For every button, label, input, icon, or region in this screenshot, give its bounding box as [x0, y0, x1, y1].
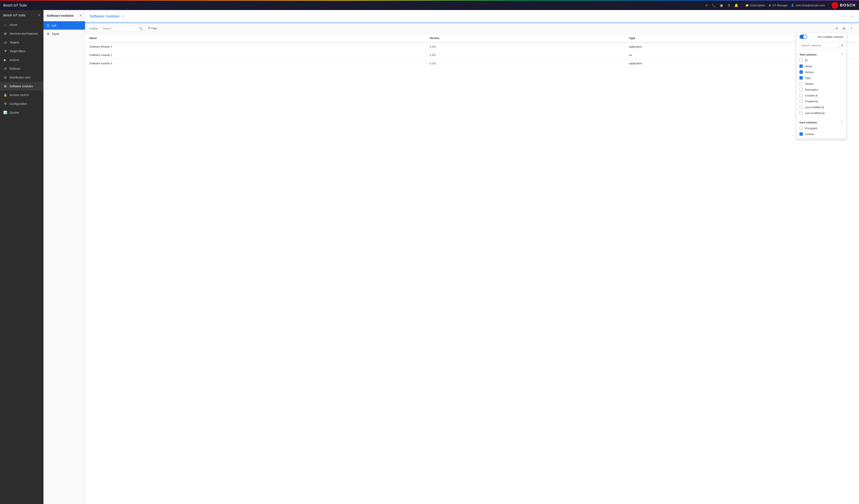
subscription-label: Subscription [750, 4, 765, 7]
sidebar-item-configuration[interactable]: ⚙ Configuration [0, 100, 43, 108]
minimize-button[interactable]: − [840, 13, 846, 20]
panel: Software modules × ☰ List ⚙ Types [43, 10, 85, 504]
toolbar: 3 items 🔍 ⧩ Filter ↺ ⚙ + [85, 23, 859, 34]
column-checkbox[interactable] [799, 82, 803, 86]
text-column-item[interactable]: Version [797, 69, 846, 75]
panel-nav-list-label: List [51, 24, 56, 27]
filter-icon: ⧩ [3, 49, 7, 53]
text-column-item[interactable]: Created at [797, 92, 846, 98]
bosch-circle [832, 2, 838, 9]
sidebar-item-distribution[interactable]: ⊟ Distribution sets [0, 73, 43, 82]
info-icon[interactable]: ⓘ [121, 14, 124, 19]
folder-icon: 📁 [745, 4, 749, 7]
settings-button[interactable]: ⚙ [841, 25, 847, 32]
search-box[interactable]: 🔍 [101, 26, 142, 31]
column-checkbox[interactable] [799, 126, 803, 130]
table-area: Name Version Type Software Module 1 1.0.… [85, 34, 859, 504]
user-service[interactable]: 👤 John.Doe@domain.com [791, 4, 825, 7]
iot-manager-service[interactable]: 🖥 IoT Manager [768, 4, 787, 7]
sidebar-item-software-modules[interactable]: ⊞ Software modules [0, 82, 43, 91]
share-icon[interactable]: ⇗ [704, 3, 708, 7]
sidebar-label-access: Access control [10, 93, 29, 97]
sort-multiple-toggle[interactable] [799, 35, 807, 39]
column-checkbox[interactable] [799, 132, 803, 136]
text-column-item[interactable]: ID [797, 57, 846, 63]
text-column-item[interactable]: Vendor [797, 81, 846, 87]
search-input[interactable] [103, 27, 138, 30]
sidebar-label-actions: Actions [10, 58, 19, 62]
page-header-actions: − ⤢ [840, 13, 855, 20]
window-icon[interactable]: ▣ [719, 3, 723, 7]
col-header-version[interactable]: Version [425, 34, 625, 42]
sidebar-item-rollouts[interactable]: ↺ Rollouts [0, 64, 43, 73]
column-checkbox[interactable] [799, 111, 803, 114]
filter-button[interactable]: ⧩ Filter [145, 26, 160, 31]
toolbar-right: ↺ ⚙ + [833, 25, 855, 32]
sidebar-item-actions[interactable]: ▶ Actions [0, 56, 43, 64]
text-column-item[interactable]: Type [797, 75, 846, 81]
sidebar-item-home[interactable]: ⌂ Home [0, 20, 43, 29]
text-column-item[interactable]: Created by [797, 98, 846, 104]
col-header-name[interactable]: Name [85, 34, 425, 42]
types-icon: ⚙ [47, 32, 49, 35]
reset-columns-button[interactable]: ↺ [841, 43, 843, 47]
app-title: Bosch IoT Suite [3, 3, 27, 7]
column-checkbox[interactable] [799, 59, 803, 62]
top-bar: Bosch IoT Suite ⇗ 📞 ▣ § 🔔 📁 Subscription… [0, 0, 859, 10]
panel-close-button[interactable]: × [79, 13, 82, 18]
item-count: 3 items [89, 27, 98, 30]
filter-icon: ⧩ [148, 27, 150, 30]
user-icon: 👤 [791, 4, 794, 7]
sidebar-item-target-filters[interactable]: ⧩ Target filters [0, 47, 43, 56]
search-icon[interactable]: 🔍 [139, 27, 142, 30]
text-column-item[interactable]: Name [797, 63, 846, 69]
subscription-service[interactable]: 📁 Subscription [745, 4, 765, 7]
maximize-button[interactable]: ⤢ [848, 13, 855, 20]
sidebar-close-button[interactable]: × [38, 13, 40, 17]
panel-nav-types-label: Types [51, 32, 59, 35]
sidebar-title: Bosch IoT Suite [3, 13, 26, 17]
column-item-label: Name [805, 65, 812, 68]
table-row[interactable]: Software module 3 1.0.0 application [85, 59, 859, 68]
text-column-item[interactable]: Last modified at [797, 104, 846, 110]
phone-icon[interactable]: 📞 [712, 3, 716, 7]
sidebar-label-targets: Targets [10, 41, 19, 44]
main-layout: Bosch IoT Suite × ⌂ Home ⊞ Services and … [0, 10, 859, 504]
column-checkbox[interactable] [799, 105, 803, 109]
text-columns-collapse-icon[interactable] [841, 53, 843, 56]
cell-version: 1.0.0 [425, 59, 625, 68]
table-row[interactable]: Software Module 1 1.0.0 application [85, 42, 859, 51]
column-item-label: Description [805, 88, 818, 91]
top-bar-right: ⇗ 📞 ▣ § 🔔 📁 Subscription 🖥 IoT Manager 👤… [704, 2, 856, 9]
column-checkbox[interactable] [799, 88, 803, 91]
actions-icon: ▶ [3, 58, 7, 62]
icon-columns-collapse-icon[interactable] [841, 121, 843, 124]
sidebar-label-software: Software modules [10, 85, 33, 88]
refresh-button[interactable]: ↺ [833, 25, 840, 32]
column-checkbox[interactable] [799, 76, 803, 79]
column-checkbox[interactable] [799, 64, 803, 68]
dollar-icon[interactable]: § [727, 3, 731, 7]
column-checkbox[interactable] [799, 70, 803, 74]
column-checkbox[interactable] [799, 94, 803, 97]
cell-name: Software Module 1 [85, 42, 425, 51]
sidebar-item-services[interactable]: ⊞ Services and features [0, 29, 43, 38]
text-column-item[interactable]: Last modified by [797, 110, 846, 116]
icon-column-item[interactable]: Encrypted [797, 125, 846, 131]
search-columns-input[interactable] [799, 43, 839, 48]
icon-column-item[interactable]: Locked [797, 131, 846, 137]
column-item-label: Version [805, 71, 814, 74]
sidebar-item-access-control[interactable]: 🔒 Access control [0, 91, 43, 100]
text-column-item[interactable]: Description [797, 87, 846, 92]
panel-nav-list[interactable]: ☰ List [43, 21, 85, 30]
sidebar-item-quotas[interactable]: 📊 Quotas [0, 108, 43, 117]
add-button[interactable]: + [848, 25, 855, 32]
column-item-label: Locked [805, 133, 814, 136]
column-checkbox[interactable] [799, 100, 803, 103]
bell-icon[interactable]: 🔔 [734, 3, 738, 7]
cell-name: Software module 3 [85, 59, 425, 68]
sidebar-item-targets[interactable]: ◎ Targets [0, 38, 43, 47]
quota-icon: 📊 [3, 111, 7, 114]
table-row[interactable]: Software module 2 1.0.0 os [85, 51, 859, 59]
panel-nav-types[interactable]: ⚙ Types [43, 30, 85, 38]
